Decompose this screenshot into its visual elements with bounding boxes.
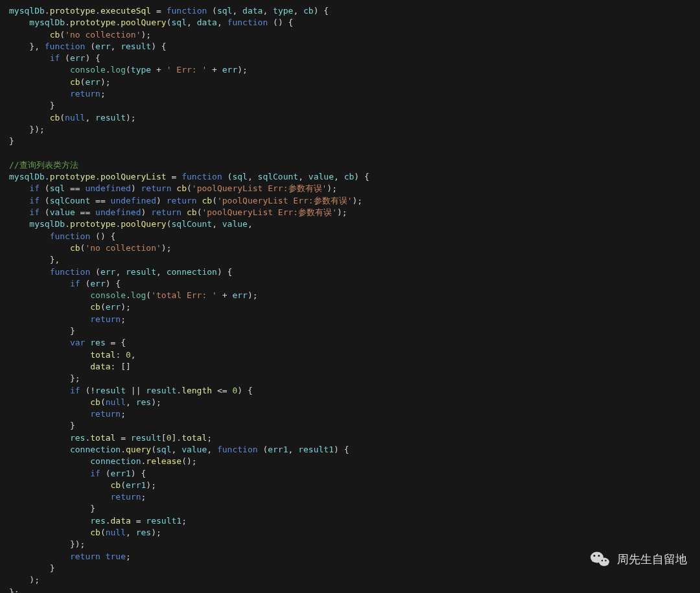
svg-point-2 bbox=[598, 555, 600, 557]
svg-point-5 bbox=[605, 560, 606, 561]
svg-point-4 bbox=[601, 560, 603, 561]
watermark-label: 周先生自留地 bbox=[617, 553, 687, 565]
watermark: 周先生自留地 bbox=[590, 550, 687, 568]
svg-point-1 bbox=[594, 555, 596, 557]
code-editor[interactable]: mysqlDb.prototype.executeSql = function … bbox=[0, 0, 700, 593]
wechat-icon bbox=[590, 550, 611, 568]
code-block: mysqlDb.prototype.executeSql = function … bbox=[9, 6, 369, 593]
